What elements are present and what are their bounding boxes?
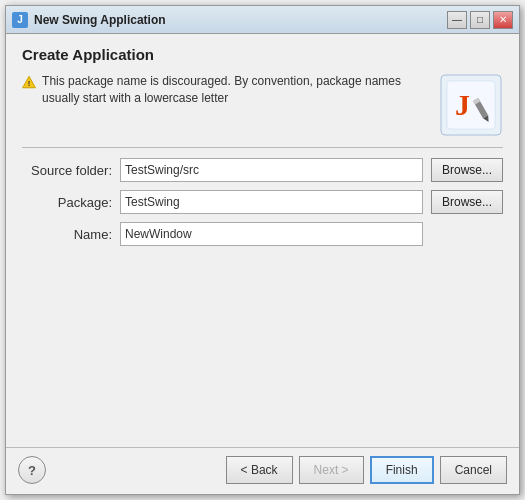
- form-divider: [22, 147, 503, 148]
- name-input[interactable]: [120, 222, 423, 246]
- package-input[interactable]: [120, 190, 423, 214]
- svg-text:!: !: [28, 79, 31, 88]
- warning-text: This package name is discouraged. By con…: [42, 73, 429, 107]
- source-folder-input[interactable]: [120, 158, 423, 182]
- top-section: ! This package name is discouraged. By c…: [22, 73, 503, 137]
- package-label: Package:: [22, 195, 112, 210]
- minimize-button[interactable]: —: [447, 11, 467, 29]
- app-icon-small: J: [12, 12, 28, 28]
- source-folder-label: Source folder:: [22, 163, 112, 178]
- title-bar: J New Swing Application — □ ✕: [6, 6, 519, 34]
- finish-button[interactable]: Finish: [370, 456, 434, 484]
- title-bar-controls: — □ ✕: [447, 11, 513, 29]
- browse-package-button[interactable]: Browse...: [431, 190, 503, 214]
- close-button[interactable]: ✕: [493, 11, 513, 29]
- back-button[interactable]: < Back: [226, 456, 293, 484]
- browse-source-button[interactable]: Browse...: [431, 158, 503, 182]
- form-fields: Source folder: Browse... Package: Browse…: [22, 158, 503, 246]
- button-bar: ? < Back Next > Finish Cancel: [6, 447, 519, 494]
- help-button[interactable]: ?: [18, 456, 46, 484]
- window-title: New Swing Application: [34, 13, 447, 27]
- warning-icon: !: [22, 73, 36, 91]
- maximize-button[interactable]: □: [470, 11, 490, 29]
- dialog-window: J New Swing Application — □ ✕ Create App…: [5, 5, 520, 495]
- next-button[interactable]: Next >: [299, 456, 364, 484]
- warning-box: ! This package name is discouraged. By c…: [22, 73, 429, 107]
- svg-text:J: J: [455, 88, 470, 121]
- app-icon-large: J: [439, 73, 503, 137]
- cancel-button[interactable]: Cancel: [440, 456, 507, 484]
- name-label: Name:: [22, 227, 112, 242]
- dialog-title: Create Application: [22, 46, 503, 63]
- content-spacer: [22, 256, 503, 435]
- dialog-content: Create Application ! This package name i…: [6, 34, 519, 447]
